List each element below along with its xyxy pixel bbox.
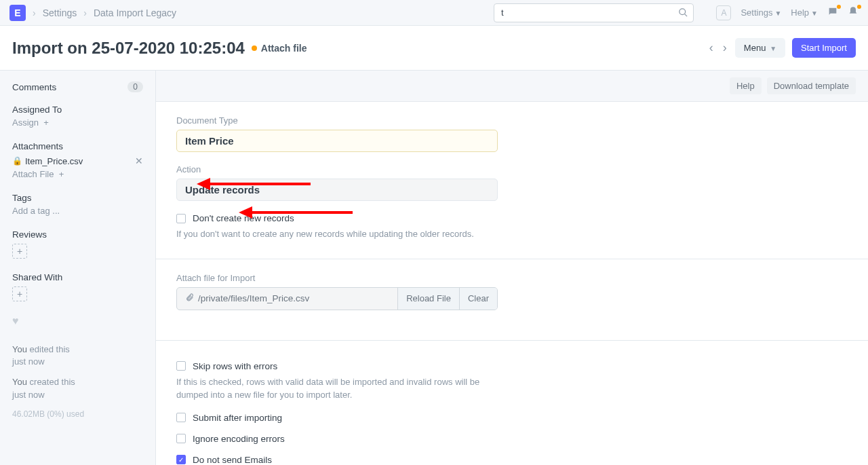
tags-label: Tags	[12, 193, 143, 203]
assign-button[interactable]: Assign +	[12, 117, 143, 128]
timeline-item: You created thisjust now	[12, 376, 143, 401]
remove-attachment-button[interactable]: ✕	[135, 155, 143, 166]
comments-label[interactable]: Comments	[12, 82, 56, 92]
doctype-label: Document Type	[176, 115, 498, 126]
breadcrumb-data-import[interactable]: Data Import Legacy	[94, 7, 176, 18]
download-template-button[interactable]: Download template	[767, 77, 856, 94]
no-create-label: Don't create new records	[193, 213, 294, 223]
shared-with-label: Shared With	[12, 272, 143, 282]
attach-file-link[interactable]: Attach file	[261, 43, 307, 54]
lock-icon: 🔒	[12, 156, 22, 166]
add-tag-input[interactable]: Add a tag ...	[12, 206, 143, 216]
caret-down-icon: ▼	[768, 45, 776, 52]
action-label: Action	[176, 164, 498, 174]
svg-line-1	[684, 14, 687, 16]
no-create-help: If you don't want to create any new reco…	[176, 227, 498, 241]
paperclip-icon	[185, 293, 194, 304]
add-review-button[interactable]: +	[12, 244, 27, 259]
timeline-item: You edited thisjust now	[12, 343, 143, 368]
chevron-right-icon: ›	[83, 7, 87, 18]
doctype-input[interactable]: Item Price	[176, 130, 498, 152]
no-create-checkbox[interactable]	[176, 214, 186, 223]
form-toolbar: Help Download template	[156, 71, 868, 102]
attach-file-label: Attach file for Import	[176, 273, 498, 283]
notification-dot	[837, 5, 841, 9]
submit-after-label: Submit after importing	[193, 413, 282, 423]
skip-errors-label: Skip rows with errors	[193, 361, 277, 371]
breadcrumb-settings[interactable]: Settings	[43, 7, 77, 18]
unsaved-indicator	[252, 45, 257, 51]
ignore-encoding-label: Ignore encoding errors	[193, 434, 285, 444]
notification-dot	[857, 5, 861, 9]
reload-file-button[interactable]: Reload File	[397, 288, 459, 310]
attach-file-button[interactable]: Attach File +	[12, 169, 143, 179]
add-share-button[interactable]: +	[12, 286, 27, 301]
attachments-label: Attachments	[12, 141, 143, 151]
skip-errors-checkbox[interactable]	[176, 361, 186, 371]
nav-settings[interactable]: Settings▼	[741, 7, 781, 18]
skip-errors-help: If this is checked, rows with valid data…	[176, 375, 498, 402]
reviews-label: Reviews	[12, 229, 143, 240]
action-select[interactable]: Update records	[176, 179, 498, 201]
svg-point-0	[679, 8, 686, 14]
clear-file-button[interactable]: Clear	[459, 288, 497, 310]
no-email-checkbox[interactable]: ✓	[176, 455, 186, 464]
ignore-encoding-checkbox[interactable]	[176, 434, 186, 443]
page-title: Import on 25-07-2020 10:25:04	[12, 39, 245, 58]
caret-down-icon: ▼	[811, 10, 818, 17]
bell-icon[interactable]	[848, 6, 859, 19]
storage-usage: 46.02MB (0%) used	[12, 409, 143, 419]
file-input: /private/files/Item_Price.csv Reload Fil…	[176, 287, 498, 310]
attachment-item[interactable]: 🔒Item_Price.csv	[12, 156, 83, 166]
page-header: Import on 25-07-2020 10:25:04 Attach fil…	[0, 26, 868, 71]
no-email-label: Do not send Emails	[193, 455, 272, 465]
logo[interactable]: E	[9, 5, 26, 21]
chevron-right-icon: ›	[33, 7, 36, 18]
assigned-to-label: Assigned To	[12, 105, 143, 115]
search-input[interactable]	[494, 3, 694, 22]
avatar[interactable]: A	[716, 5, 731, 20]
caret-down-icon: ▼	[774, 10, 781, 17]
like-button[interactable]: ♥	[12, 315, 143, 327]
file-path[interactable]: /private/files/Item_Price.csv	[177, 288, 397, 310]
main-content: Help Download template Document Type Ite…	[156, 71, 868, 465]
navbar: E › Settings › Data Import Legacy A Sett…	[0, 0, 868, 26]
nav-help[interactable]: Help▼	[791, 7, 818, 18]
help-button[interactable]: Help	[730, 77, 762, 94]
search-icon[interactable]	[678, 7, 688, 20]
sidebar: Comments 0 Assigned To Assign + Attachme…	[0, 71, 156, 465]
menu-button[interactable]: Menu ▼	[735, 38, 785, 58]
submit-after-checkbox[interactable]	[176, 413, 186, 422]
comments-count: 0	[127, 81, 143, 92]
chat-icon[interactable]	[827, 6, 838, 19]
prev-doc-button[interactable]: ‹	[708, 41, 715, 55]
next-doc-button[interactable]: ›	[722, 41, 728, 55]
start-import-button[interactable]: Start Import	[792, 38, 856, 58]
